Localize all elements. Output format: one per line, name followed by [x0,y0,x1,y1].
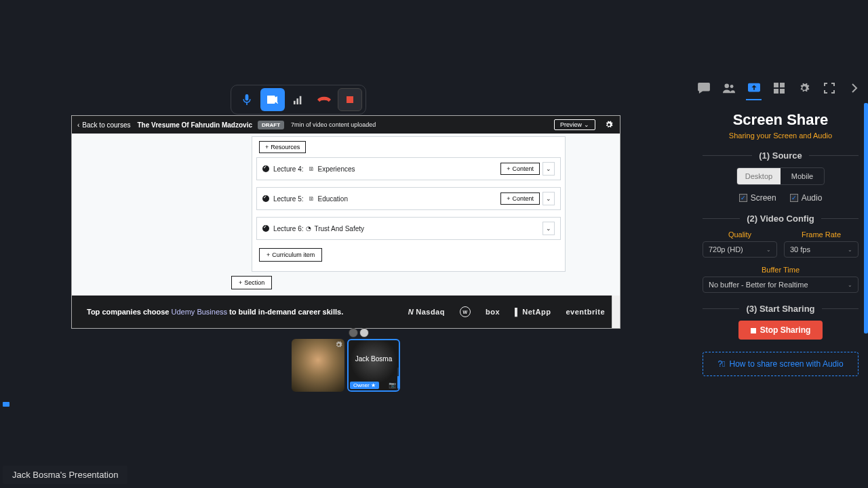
lecture-number: Lecture 6: [273,225,303,232]
back-label: Back to courses [82,121,130,129]
lecture-number: Lecture 5: [273,195,303,203]
check-icon [262,165,269,172]
svg-rect-0 [294,101,296,104]
source-toggle: Desktop Mobile [736,167,825,185]
document-icon: 🗎 [309,195,315,202]
resources-button[interactable]: + Resources [259,141,306,153]
volume-indicator [397,367,400,389]
screen-checkbox[interactable]: ✓Screen [739,193,776,203]
participant-name: Jack Bosma [349,355,399,363]
chevron-down-icon: ⌄ [848,247,852,253]
expand-button[interactable]: ⌄ [542,222,555,235]
add-item-label: Curriculum item [272,251,315,258]
framerate-select[interactable]: 30 fps⌄ [784,241,859,258]
lecture-name: Experiences [317,165,500,173]
participant-tiles: Jack Bosma Owner ★ 📷 [292,339,400,392]
settings-icon[interactable] [798,81,811,95]
help-icon: ?⃝ [717,359,725,369]
add-section-button[interactable]: + Section [231,276,272,289]
preview-button[interactable]: Preview ⌄ [554,119,595,130]
content-button[interactable]: +Content [500,163,540,175]
preview-label: Preview [560,121,582,128]
gear-icon[interactable] [605,121,613,129]
content-button[interactable]: +Content [500,192,540,205]
svg-rect-9 [780,89,785,94]
expand-button[interactable]: ⌄ [542,162,555,176]
buffer-select[interactable]: No buffer - Better for Realtime⌄ [703,277,859,293]
record-icon [347,96,353,103]
framerate-label: Frame Rate [784,230,859,239]
plus-icon: + [507,195,510,202]
section-video: (2) Video Config [703,214,859,224]
mobile-button[interactable]: Mobile [781,168,824,184]
panel-scrollbar[interactable] [864,103,868,333]
share-checks: ✓Screen ✓Audio [703,193,859,203]
svg-rect-6 [774,83,778,87]
lecture-row[interactable]: Lecture 4: 🗎 Experiences +Content ⌄ [256,157,561,180]
avatar [359,328,369,338]
add-curriculum-button[interactable]: + Curriculum item [259,248,322,262]
hangup-icon [317,96,331,103]
plus-icon: + [267,251,270,258]
plus-icon: + [265,144,269,150]
signal-icon [294,95,303,104]
section-card: + Resources Lecture 4: 🗎 Experiences +Co… [252,136,566,272]
how-to-link[interactable]: ?⃝ How to share screen with Audio [703,352,859,376]
screen-share-panel: Screen Share Sharing your Screen and Aud… [693,76,868,422]
nasdaq-logo: NNasdaq [408,308,445,316]
desktop-button[interactable]: Desktop [737,168,781,184]
vw-logo: W [460,306,471,317]
draft-badge: DRAFT [258,121,284,129]
course-footer: Top companies choose Udemy Business to b… [72,296,620,328]
resources-label: Resources [271,144,300,150]
section-start: (3) Start Sharing [703,304,859,314]
chevron-left-icon: ‹ [77,121,79,129]
audio-checkbox[interactable]: ✓Audio [790,193,823,203]
box-logo: box [486,308,500,316]
udemy-business-link[interactable]: Udemy Business [172,308,228,316]
lecture-row[interactable]: Lecture 5: 🗎 Education +Content ⌄ [256,187,561,210]
svg-rect-7 [780,83,785,87]
gear-icon[interactable] [335,341,342,348]
eventbrite-logo: eventbrite [566,308,605,316]
avatar-row [349,328,369,338]
back-to-courses[interactable]: ‹ Back to courses [77,121,131,129]
signal-button[interactable] [286,88,311,111]
share-icon[interactable] [747,81,760,95]
camera-off-icon [267,96,278,104]
stop-sharing-button[interactable]: Stop Sharing [738,321,823,340]
mic-button[interactable] [235,88,259,111]
call-toolbar [231,85,366,115]
chevron-down-icon: ⌄ [584,121,589,128]
panel-subtitle: Sharing your Screen and Audio [703,131,859,140]
participant-tile-self[interactable] [292,339,344,392]
chat-icon[interactable] [697,81,710,95]
expand-button[interactable]: ⌄ [542,192,555,205]
camera-button[interactable] [260,88,285,111]
lecture-name: Trust And Safety [314,225,542,232]
camera-off-icon: 📷 [389,382,396,388]
participant-tile-owner[interactable]: Jack Bosma Owner ★ 📷 [347,339,400,392]
status-indicator [3,402,9,407]
quality-select[interactable]: 720p (HD)⌄ [703,241,777,258]
plus-icon: + [507,165,510,172]
check-icon [262,195,269,202]
shared-screen: ‹ Back to courses The Vresume Of Fahrudi… [71,115,620,329]
hangup-button[interactable] [312,88,336,111]
panel-body: Screen Share Sharing your Screen and Aud… [693,111,868,376]
record-button[interactable] [338,88,362,111]
section-label: Section [244,279,264,286]
buffer-label: Buffer Time [703,266,859,274]
check-icon [262,225,269,232]
grid-icon[interactable] [772,81,785,95]
svg-rect-2 [300,96,302,104]
presentation-title: Jack Bosma's Presentation [3,466,127,484]
section-source: (1) Source [703,150,859,161]
course-body: + Resources Lecture 4: 🗎 Experiences +Co… [72,134,620,296]
fullscreen-icon[interactable] [823,81,836,95]
mic-icon [242,94,252,105]
lecture-row[interactable]: Lecture 6: ◔ Trust And Safety ⌄ [256,217,561,240]
svg-rect-1 [296,98,298,104]
participants-icon[interactable] [722,81,735,95]
collapse-icon[interactable] [848,81,861,95]
